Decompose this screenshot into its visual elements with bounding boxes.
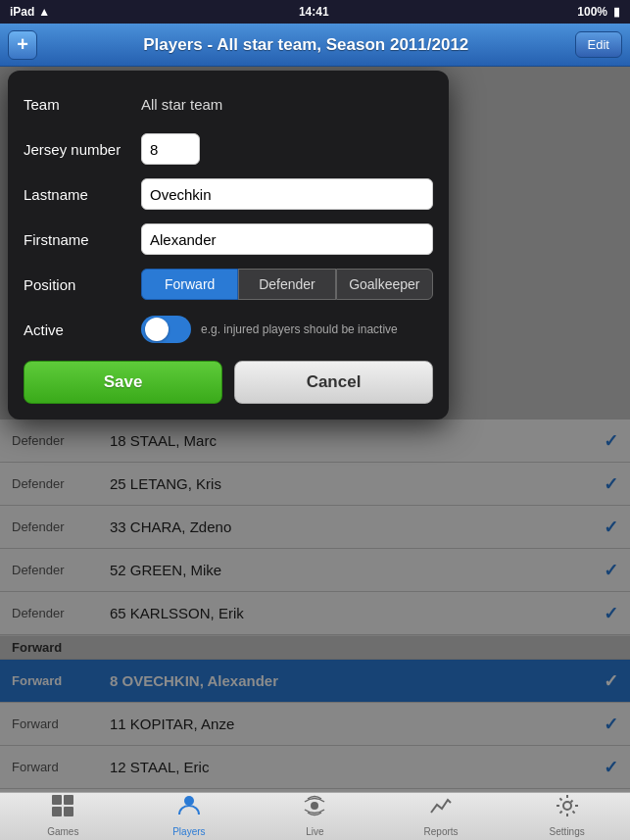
page-title: Players - All star team, Season 2011/201… [143, 35, 468, 55]
add-button[interactable]: + [8, 30, 37, 60]
carrier-label: iPad [10, 5, 34, 19]
svg-point-5 [311, 802, 318, 810]
svg-point-4 [184, 796, 194, 806]
form-row-position: Position Forward Defender Goalkeeper [24, 267, 433, 302]
active-hint: e.g. injured players should be inactive [201, 322, 398, 336]
live-icon [302, 793, 327, 824]
firstname-input[interactable] [141, 223, 433, 255]
lastname-input[interactable] [141, 178, 433, 210]
svg-rect-1 [64, 795, 73, 805]
form-row-jersey: Jersey number [24, 131, 433, 167]
svg-rect-2 [52, 807, 62, 816]
form-row-firstname: Firstname [24, 222, 433, 257]
reports-icon [428, 793, 454, 824]
settings-icon [555, 793, 580, 824]
lastname-label: Lastname [24, 186, 141, 203]
svg-rect-0 [52, 795, 62, 805]
action-buttons: Save Cancel [24, 361, 433, 404]
position-label: Position [24, 276, 141, 293]
live-tab-label: Live [306, 826, 323, 837]
battery-label: 100% [577, 5, 607, 19]
edit-button[interactable]: Edit [575, 31, 622, 58]
status-carrier: iPad ▲ [10, 5, 50, 19]
wifi-icon: ▲ [38, 5, 50, 19]
players-icon [176, 793, 202, 824]
form-row-team: Team All star team [24, 86, 433, 122]
position-defender-button[interactable]: Defender [238, 269, 335, 300]
svg-point-6 [563, 802, 571, 810]
toggle-container: e.g. injured players should be inactive [141, 316, 433, 343]
nav-bar: + Players - All star team, Season 2011/2… [0, 24, 630, 67]
form-row-lastname: Lastname [24, 176, 433, 212]
status-bar: iPad ▲ 14:41 100% ▮ [0, 0, 630, 24]
jersey-label: Jersey number [24, 141, 141, 158]
position-goalkeeper-button[interactable]: Goalkeeper [336, 269, 433, 300]
svg-rect-3 [64, 807, 73, 816]
player-form: Team All star team Jersey number Lastnam… [8, 71, 449, 420]
jersey-input[interactable] [141, 133, 200, 165]
games-tab-label: Games [47, 826, 78, 837]
tab-bar: Games Players Live Reports [0, 792, 630, 840]
players-tab-label: Players [172, 826, 205, 837]
team-label: Team [24, 96, 141, 113]
reports-tab-label: Reports [424, 826, 459, 837]
settings-tab-label: Settings [550, 826, 585, 837]
tab-games[interactable]: Games [0, 793, 126, 840]
status-right: 100% ▮ [577, 5, 620, 19]
tab-settings[interactable]: Settings [504, 793, 630, 840]
status-time: 14:41 [299, 5, 329, 19]
games-icon [50, 793, 75, 824]
tab-live[interactable]: Live [252, 793, 378, 840]
form-row-active: Active e.g. injured players should be in… [24, 312, 433, 347]
tab-reports[interactable]: Reports [378, 793, 505, 840]
position-forward-button[interactable]: Forward [141, 269, 238, 300]
active-toggle[interactable] [141, 316, 191, 343]
position-group: Forward Defender Goalkeeper [141, 269, 433, 300]
team-value: All star team [141, 96, 222, 113]
main-content: Defender18 STAAL, Marc✓Defender25 LETANG… [0, 67, 630, 792]
cancel-button[interactable]: Cancel [234, 361, 433, 404]
save-button[interactable]: Save [24, 361, 222, 404]
battery-icon: ▮ [613, 5, 620, 19]
firstname-label: Firstname [24, 231, 141, 248]
tab-players[interactable]: Players [126, 793, 253, 840]
toggle-thumb [145, 318, 169, 341]
active-label: Active [24, 321, 141, 338]
